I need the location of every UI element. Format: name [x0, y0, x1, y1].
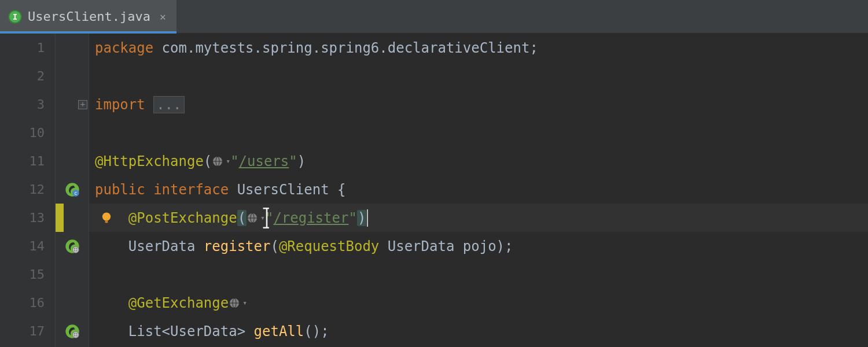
svg-rect-17	[105, 220, 108, 223]
code-area[interactable]: package com.mytests.spring.spring6.decla…	[89, 34, 868, 347]
line-number[interactable]: 2	[0, 62, 45, 90]
line-number[interactable]: 12	[0, 175, 45, 204]
code-line[interactable]	[89, 260, 868, 289]
interface-file-icon: I	[8, 10, 22, 24]
code-line[interactable]: @PostExchange(▾"/register")	[89, 204, 868, 232]
editor-tab[interactable]: I UsersClient.java ✕	[0, 0, 176, 33]
url-inlay-hint[interactable]: ▾	[212, 156, 230, 167]
editor-area: 1 2 3 10 11 12 13 14 15 16 17 + c	[0, 34, 868, 347]
spring-gutter-icon[interactable]: c	[56, 175, 89, 204]
fold-expand-icon[interactable]: +	[78, 100, 87, 109]
code-line[interactable]: public interface UsersClient {	[89, 175, 868, 204]
line-number[interactable]: 10	[0, 119, 45, 147]
line-number[interactable]: 15	[0, 260, 45, 289]
code-line[interactable]: List<UserData> getAll();	[89, 317, 868, 345]
gutter-icons-column: + c	[56, 34, 89, 347]
code-line[interactable]: import ...	[89, 90, 868, 119]
code-line[interactable]	[89, 119, 868, 147]
line-number[interactable]: 11	[0, 147, 45, 175]
tab-bar: I UsersClient.java ✕	[0, 0, 868, 34]
tab-filename: UsersClient.java	[28, 9, 150, 24]
svg-text:c: c	[74, 190, 77, 196]
code-line[interactable]: package com.mytests.spring.spring6.decla…	[89, 34, 868, 62]
current-line-marker	[56, 204, 64, 232]
chevron-down-icon: ▾	[226, 157, 230, 165]
line-number[interactable]: 17	[0, 317, 45, 345]
chevron-down-icon: ▾	[242, 298, 247, 307]
chevron-down-icon: ▾	[260, 213, 265, 222]
spring-gutter-icon[interactable]	[56, 232, 89, 260]
line-number[interactable]: 13	[0, 204, 45, 232]
line-number-gutter: 1 2 3 10 11 12 13 14 15 16 17	[0, 34, 56, 347]
code-line[interactable]: @HttpExchange(▾"/users")	[89, 147, 868, 175]
line-number[interactable]: 16	[0, 289, 45, 317]
code-line[interactable]: @GetExchange▾	[89, 289, 868, 317]
line-number[interactable]: 1	[0, 34, 45, 62]
close-icon[interactable]: ✕	[160, 10, 166, 23]
url-inlay-hint[interactable]: ▾	[247, 212, 265, 224]
svg-point-16	[102, 212, 111, 220]
globe-icon	[229, 297, 240, 309]
code-line[interactable]: UserData register(@RequestBody UserData …	[89, 232, 868, 260]
line-number[interactable]: 3	[0, 90, 45, 119]
url-inlay-hint[interactable]: ▾	[229, 297, 247, 309]
line-number[interactable]: 14	[0, 232, 45, 260]
code-line[interactable]	[89, 62, 868, 90]
globe-icon	[247, 212, 258, 224]
globe-icon	[212, 156, 223, 167]
spring-gutter-icon[interactable]	[56, 317, 89, 345]
intention-bulb-icon[interactable]	[100, 211, 113, 225]
text-caret	[367, 209, 368, 227]
fold-placeholder[interactable]: ...	[153, 96, 184, 113]
